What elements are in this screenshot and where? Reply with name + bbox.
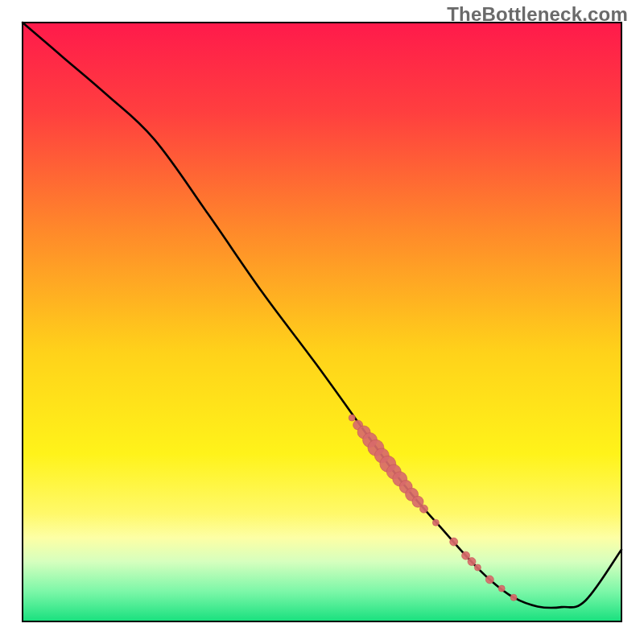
scatter-point xyxy=(498,585,505,592)
scatter-point xyxy=(432,519,439,526)
scatter-point xyxy=(510,594,517,601)
scatter-point xyxy=(462,551,470,559)
chart-stage: TheBottleneck.com xyxy=(0,0,644,644)
scatter-point xyxy=(450,538,458,546)
scatter-point xyxy=(485,576,493,584)
scatter-point xyxy=(419,505,427,513)
watermark-label: TheBottleneck.com xyxy=(447,3,628,26)
scatter-point xyxy=(468,558,476,566)
scatter-point xyxy=(474,564,481,571)
plot-background xyxy=(23,23,621,621)
chart-svg xyxy=(0,0,644,644)
scatter-point xyxy=(349,415,355,421)
